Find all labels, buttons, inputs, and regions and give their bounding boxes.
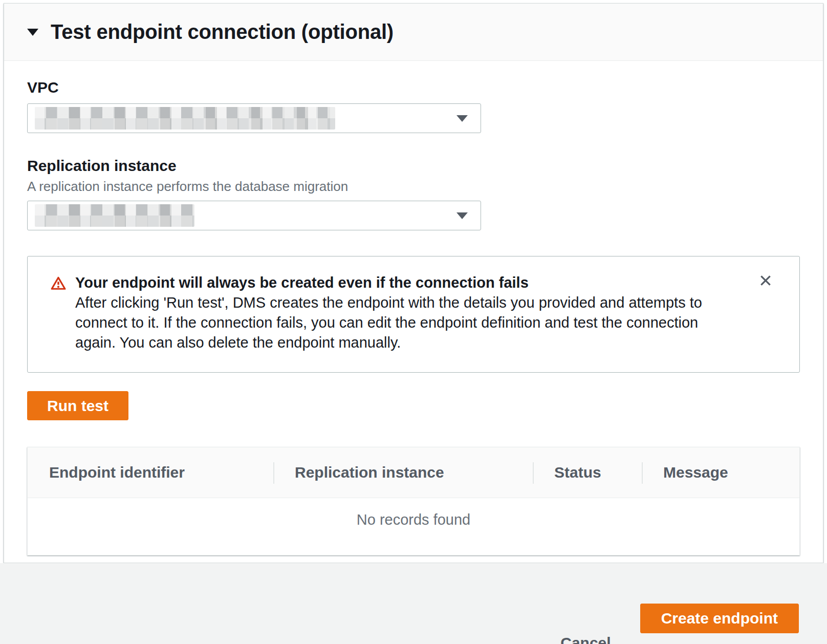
warning-triangle-icon xyxy=(51,275,66,293)
column-header-status: Status xyxy=(533,447,642,498)
create-endpoint-button[interactable]: Create endpoint xyxy=(640,604,799,633)
section-title: Test endpoint connection (optional) xyxy=(51,20,394,44)
caret-down-icon xyxy=(27,29,38,36)
vpc-select[interactable] xyxy=(27,103,481,133)
test-endpoint-connection-panel: Test endpoint connection (optional) VPC … xyxy=(4,3,823,563)
column-header-message: Message xyxy=(642,447,799,498)
warning-body: After clicking 'Run test', DMS creates t… xyxy=(75,293,725,353)
dismiss-warning-button[interactable] xyxy=(756,272,775,290)
cancel-button[interactable]: Cancel xyxy=(560,634,611,644)
warning-content: Your endpoint will always be created eve… xyxy=(75,273,771,353)
caret-down-icon xyxy=(456,212,468,219)
section-body: VPC Replication instance A replication i… xyxy=(4,61,823,555)
column-header-endpoint-identifier: Endpoint identifier xyxy=(28,447,273,498)
replication-instance-description: A replication instance performs the data… xyxy=(27,179,800,194)
replication-instance-label: Replication instance xyxy=(27,157,800,175)
column-header-replication-instance: Replication instance xyxy=(273,447,533,498)
section-header-test-endpoint-connection[interactable]: Test endpoint connection (optional) xyxy=(4,4,823,61)
replication-instance-field: Replication instance A replication insta… xyxy=(27,157,800,230)
caret-down-icon xyxy=(456,115,468,122)
endpoint-test-results-table: Endpoint identifier Replication instance… xyxy=(27,447,800,555)
vpc-field: VPC xyxy=(27,78,800,133)
vpc-selected-value-redacted xyxy=(35,107,335,130)
replication-instance-select[interactable] xyxy=(27,201,481,230)
no-records-text: No records found xyxy=(28,498,799,555)
vpc-label: VPC xyxy=(27,78,800,97)
run-test-button[interactable]: Run test xyxy=(27,391,128,420)
page-content: Test endpoint connection (optional) VPC … xyxy=(0,0,827,563)
warning-alert: Your endpoint will always be created eve… xyxy=(27,256,800,373)
close-icon xyxy=(759,274,772,289)
replication-instance-selected-value-redacted xyxy=(35,204,194,227)
form-actions-footer: Cancel Create endpoint xyxy=(0,563,827,644)
warning-title: Your endpoint will always be created eve… xyxy=(75,273,725,293)
table-header-row: Endpoint identifier Replication instance… xyxy=(28,447,799,498)
